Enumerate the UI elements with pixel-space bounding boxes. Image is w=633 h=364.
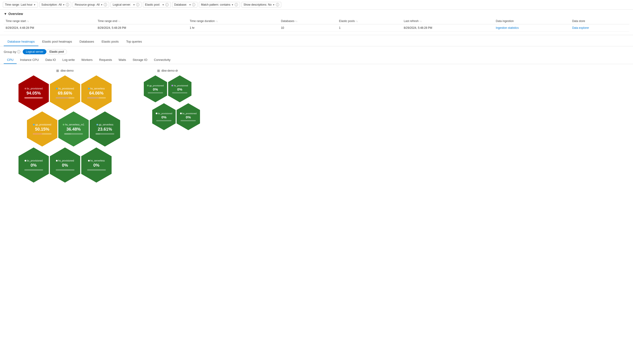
hex-label: bc_provisioned xyxy=(180,112,197,115)
filter-logical-server[interactable]: Logical server: ▼ i xyxy=(111,2,142,8)
sub-tab-connectivity[interactable]: Connectivity xyxy=(151,56,174,64)
chevron-down-icon: ▼ xyxy=(189,4,191,6)
overview-toggle[interactable]: ▼ Overview xyxy=(4,12,629,16)
col-elastic-pools[interactable]: Elastic pools ↑↓ xyxy=(337,18,402,24)
hex-wrapper: gp_provisioned 0% xyxy=(144,75,167,102)
hex-inner: hs_serverless 0% xyxy=(85,157,108,173)
tab-elastic-pool-heatmaps[interactable]: Elastic pool heatmaps xyxy=(39,38,76,46)
hex-value: 94.05% xyxy=(27,91,41,96)
hex-cell-hs-provisioned-1[interactable]: hs_provisioned 69.66% xyxy=(50,75,80,110)
filter-show-descriptions[interactable]: Show descriptions: No ▼ i xyxy=(241,2,281,8)
col-databases[interactable]: Databases ↑↓ xyxy=(279,18,337,24)
tab-databases[interactable]: Databases xyxy=(76,38,98,46)
tab-top-queries[interactable]: Top queries xyxy=(123,38,146,46)
hex-label: hs_serverless xyxy=(88,160,105,162)
sub-tab-instance-cpu[interactable]: Instance CPU xyxy=(17,56,42,64)
hex-bar xyxy=(87,169,106,171)
hex-cell-hs-serverless-1[interactable]: hs_serverless 64.06% xyxy=(81,75,112,110)
hex-label: bc_provisioned xyxy=(25,160,43,162)
hex-dot xyxy=(63,124,65,126)
hex-wrapper: hs_serverless 64.06% xyxy=(81,75,112,110)
filter-match-pattern[interactable]: Match pattern: contains ▼ i xyxy=(199,2,240,8)
hex-cell-hs-provisioned-2[interactable]: hs_provisioned 0% xyxy=(50,148,80,182)
col-time-range-duration[interactable]: Time range duration ↑↓ xyxy=(188,18,279,24)
hex-wrapper: bc_provisioned 0% xyxy=(152,103,176,130)
info-icon[interactable]: i xyxy=(136,3,139,6)
main-tabs: Database heatmapsElastic pool heatmapsDa… xyxy=(0,38,633,46)
filter-time-range[interactable]: Time range: Last hour ▼ xyxy=(3,2,38,8)
hex-label: hs_serverless xyxy=(88,87,105,90)
hex-inner: hs_serverless 64.06% xyxy=(85,85,108,101)
info-icon[interactable]: i xyxy=(104,3,107,6)
hex-wrapper: gp_provisioned 50.15% xyxy=(27,112,57,146)
sub-tab-waits[interactable]: Waits xyxy=(115,56,129,64)
hex-inner: hs_provisioned 69.66% xyxy=(53,85,77,101)
hex-name: bc_provisioned xyxy=(182,112,197,115)
filter-subscription[interactable]: Subscription: All ▼ i xyxy=(39,2,72,8)
filter-elastic-pool[interactable]: Elastic pool: ▼ i xyxy=(143,2,171,8)
tab-elastic-pools[interactable]: Elastic pools xyxy=(98,38,123,46)
hex-cell-bc-provisioned-1[interactable]: bc_provisioned 94.05% xyxy=(19,75,49,110)
info-icon[interactable]: i xyxy=(276,3,279,6)
hex-wrapper: bc_provisioned 94.05% xyxy=(19,75,49,110)
hex-wrapper: hs_serverless_nr1 36.48% xyxy=(58,112,89,146)
hex-cell-bc-provisioned-dr2[interactable]: bc_provisioned 0% xyxy=(177,103,200,130)
filter-resource-group[interactable]: Resource group: All ▼ i xyxy=(73,2,109,8)
hex-value: 69.66% xyxy=(58,91,72,96)
sort-icon: ↑↓ xyxy=(27,20,29,22)
filter-label: Subscription: xyxy=(42,3,58,6)
hex-cell-gp-serverless-1[interactable]: gp_serverless 23.61% xyxy=(90,112,120,146)
hex-cell-bc-provisioned-dr1[interactable]: bc_provisioned 0% xyxy=(152,103,176,130)
hex-inner: gp_serverless 23.61% xyxy=(93,121,117,137)
hex-value: 0% xyxy=(186,115,191,119)
col-time-range-start[interactable]: Time range start ↑↓ xyxy=(4,18,96,24)
filter-database[interactable]: Database: ▼ i xyxy=(172,2,198,8)
hex-wrapper: bc_provisioned 0% xyxy=(177,103,200,130)
hex-cell-bc-provisioned-2[interactable]: bc_provisioned 0% xyxy=(19,148,49,182)
hex-row-0: bc_provisioned 94.05% hs_provisioned 69.… xyxy=(18,75,112,111)
cell-data-store[interactable]: Data explorer xyxy=(570,24,629,32)
info-icon[interactable]: i xyxy=(235,3,238,6)
hex-inner: gp_provisioned 0% xyxy=(146,83,165,95)
col-time-range-end[interactable]: Time range end ↑↓ xyxy=(96,18,188,24)
sub-tab-log-write[interactable]: Log write xyxy=(59,56,78,64)
hex-cell-hs-serverless-2[interactable]: hs_serverless 0% xyxy=(81,148,112,182)
group-by-logical-server[interactable]: Logical server xyxy=(23,49,46,54)
sub-tab-requests[interactable]: Requests xyxy=(96,56,115,64)
sub-tab-workers[interactable]: Workers xyxy=(78,56,96,64)
cell-data-ingestion[interactable]: Ingestion statistics xyxy=(494,24,570,32)
hex-cell-hs-provisioned-dr1[interactable]: hs_provisioned 0% xyxy=(168,75,192,102)
hex-wrapper: hs_provisioned 69.66% xyxy=(50,75,80,110)
hex-inner: bc_provisioned 94.05% xyxy=(22,85,46,101)
hex-name: bc_provisioned xyxy=(27,160,43,162)
hex-bar-fill xyxy=(24,97,42,98)
group-by-elastic-pool[interactable]: Elastic pool xyxy=(46,49,67,54)
hex-value: 0% xyxy=(93,163,99,168)
info-icon[interactable]: i xyxy=(192,3,195,6)
sub-tab-cpu[interactable]: CPU xyxy=(4,56,17,64)
hex-bar xyxy=(181,120,196,121)
hex-bar xyxy=(156,120,171,121)
hex-cell-hs-serverless-nr1[interactable]: hs_serverless_nr1 36.48% xyxy=(58,112,89,146)
sort-icon: ↑↓ xyxy=(295,20,297,22)
info-icon[interactable]: i xyxy=(66,3,69,6)
filter-value: All xyxy=(97,3,100,6)
hex-bar-fill xyxy=(33,133,42,134)
tab-database-heatmaps[interactable]: Database heatmaps xyxy=(4,38,39,46)
sub-tab-data-io[interactable]: Data IO xyxy=(42,56,59,64)
server-label-dbw-demo: ⊞dbw-demo xyxy=(56,69,74,72)
col-last-refresh[interactable]: Last refresh ↑↓ xyxy=(402,18,494,24)
hex-name: gp_provisioned xyxy=(149,84,164,87)
group-by-row: Group by i Logical serverElastic pool xyxy=(0,46,633,56)
hex-value: 0% xyxy=(153,87,158,91)
filter-label: Database: xyxy=(174,3,187,6)
hex-inner: bc_provisioned 0% xyxy=(22,157,46,173)
info-icon[interactable]: i xyxy=(165,3,169,6)
hex-cell-gp-provisioned-1[interactable]: gp_provisioned 50.15% xyxy=(27,112,57,146)
ingestion-statistics-link[interactable]: Ingestion statistics xyxy=(496,26,519,30)
group-by-info-icon[interactable]: i xyxy=(17,50,20,53)
data-explorer-link[interactable]: Data explorer xyxy=(572,26,589,30)
sub-tab-storage-io[interactable]: Storage IO xyxy=(129,56,151,64)
hex-row-2: bc_provisioned 0% hs_provisioned 0% xyxy=(18,147,112,183)
hex-cell-gp-provisioned-dr1[interactable]: gp_provisioned 0% xyxy=(144,75,167,102)
